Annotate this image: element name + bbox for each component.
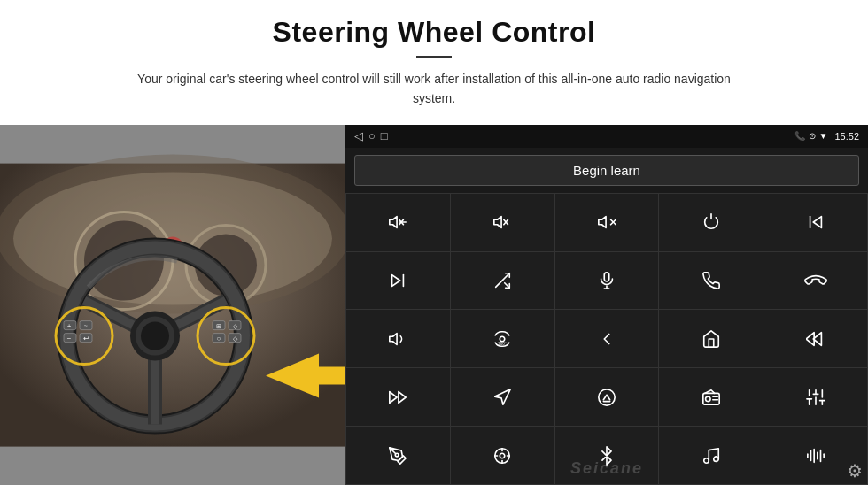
svg-point-88 bbox=[704, 458, 709, 463]
page-wrapper: Steering Wheel Control Your original car… bbox=[0, 0, 868, 485]
svg-text:360°: 360° bbox=[498, 342, 507, 346]
wifi-icon: ▼ bbox=[819, 131, 828, 141]
svg-point-82 bbox=[500, 453, 505, 458]
vol-down-button[interactable] bbox=[451, 194, 554, 251]
svg-marker-51 bbox=[392, 275, 400, 287]
steering-wheel-image: + ≈ − ↩ ⊞ ◇ ○ ◇ bbox=[0, 125, 345, 485]
subtitle-text: Your original car's steering wheel contr… bbox=[115, 69, 753, 109]
prev-track-button[interactable] bbox=[763, 194, 867, 251]
content-row: + ≈ − ↩ ⊞ ◇ ○ ◇ bbox=[0, 125, 868, 485]
location-icon: ⊙ bbox=[809, 131, 816, 141]
bluetooth-button[interactable] bbox=[555, 427, 659, 484]
recents-nav-icon[interactable]: □ bbox=[381, 129, 388, 142]
svg-point-59 bbox=[500, 336, 505, 342]
settings2-button[interactable] bbox=[451, 427, 554, 484]
svg-text:+: + bbox=[67, 321, 72, 329]
svg-text:⊞: ⊞ bbox=[216, 322, 221, 328]
svg-marker-43 bbox=[494, 217, 501, 228]
mic-button[interactable] bbox=[555, 252, 659, 310]
svg-marker-64 bbox=[390, 391, 397, 403]
nav-buttons: ◁ ○ □ bbox=[354, 129, 388, 142]
horn-button[interactable] bbox=[346, 310, 450, 367]
hang-up-button[interactable] bbox=[763, 252, 867, 310]
equalizer-button[interactable] bbox=[763, 368, 867, 426]
svg-text:↩: ↩ bbox=[83, 334, 89, 342]
svg-point-19 bbox=[141, 321, 169, 350]
page-title: Steering Wheel Control bbox=[53, 16, 815, 49]
begin-learn-button[interactable]: Begin learn bbox=[354, 155, 859, 186]
home-nav-icon[interactable]: ○ bbox=[368, 129, 376, 142]
android-ui-panel: ◁ ○ □ 📞 ⊙ ▼ 15:52 Begin learn bbox=[345, 125, 868, 485]
svg-marker-65 bbox=[495, 389, 510, 404]
phone-signal-icon: 📞 bbox=[794, 131, 805, 141]
svg-text:−: − bbox=[67, 334, 72, 342]
status-bar: ◁ ○ □ 📞 ⊙ ▼ 15:52 bbox=[345, 125, 868, 148]
begin-learn-row: Begin learn bbox=[345, 148, 868, 193]
vol-up-button[interactable] bbox=[346, 194, 450, 251]
svg-rect-55 bbox=[604, 273, 609, 281]
header-section: Steering Wheel Control Your original car… bbox=[0, 0, 868, 118]
360-camera-button[interactable]: 360° bbox=[451, 310, 554, 367]
fast-forward-button[interactable] bbox=[346, 368, 450, 426]
svg-text:≈: ≈ bbox=[84, 322, 88, 328]
svg-text:○: ○ bbox=[217, 334, 221, 342]
status-indicators: 📞 ⊙ ▼ 15:52 bbox=[794, 131, 859, 142]
svg-line-54 bbox=[505, 283, 510, 289]
shuffle-button[interactable] bbox=[451, 252, 554, 310]
settings-gear-button[interactable]: ⚙ bbox=[847, 460, 863, 481]
status-time: 15:52 bbox=[834, 131, 859, 142]
svg-point-81 bbox=[396, 453, 399, 457]
music-button[interactable] bbox=[659, 427, 763, 484]
svg-marker-46 bbox=[599, 217, 606, 228]
mute-button[interactable] bbox=[555, 194, 659, 251]
title-divider bbox=[416, 56, 452, 58]
back-nav-icon[interactable]: ◁ bbox=[354, 129, 363, 142]
power-button[interactable] bbox=[659, 194, 763, 251]
svg-marker-58 bbox=[390, 333, 397, 344]
skip-back-button[interactable] bbox=[763, 310, 867, 367]
phone-button[interactable] bbox=[659, 252, 763, 310]
pen-button[interactable] bbox=[346, 427, 450, 484]
home-button[interactable] bbox=[659, 310, 763, 367]
svg-marker-39 bbox=[390, 217, 397, 228]
radio-button[interactable] bbox=[659, 368, 763, 426]
next-track-button[interactable] bbox=[346, 252, 450, 310]
svg-marker-63 bbox=[399, 391, 406, 403]
icon-grid: 360° bbox=[345, 193, 868, 485]
back-button[interactable] bbox=[555, 310, 659, 367]
photo-section: + ≈ − ↩ ⊞ ◇ ○ ◇ bbox=[0, 125, 345, 485]
svg-marker-49 bbox=[813, 217, 821, 228]
svg-point-69 bbox=[705, 396, 710, 402]
svg-point-66 bbox=[599, 389, 615, 405]
eject-button[interactable] bbox=[555, 368, 659, 426]
navigate-button[interactable] bbox=[451, 368, 554, 426]
